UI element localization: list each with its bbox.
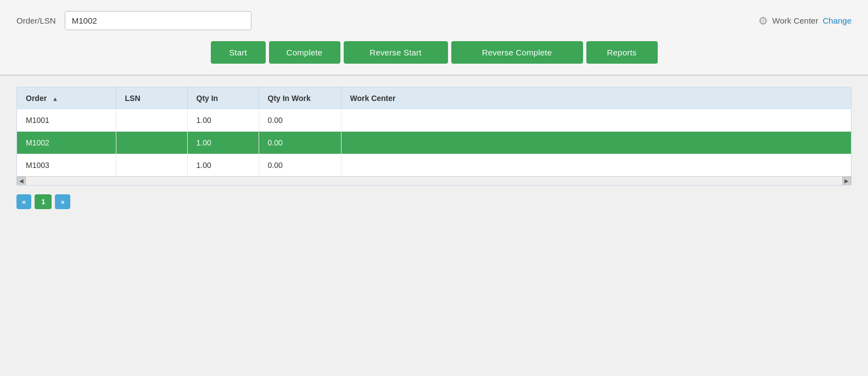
start-button[interactable]: Start	[211, 41, 266, 64]
order-left: Order/LSN	[16, 11, 251, 30]
reverse-start-button[interactable]: Reverse Start	[344, 41, 448, 64]
cell-work-center	[341, 154, 851, 177]
sort-indicator-order: ▲	[52, 96, 58, 102]
cell-order: M1001	[17, 109, 116, 132]
cell-qty-in: 1.00	[187, 109, 259, 132]
prev-prev-button[interactable]: «	[16, 194, 31, 209]
cell-qty-in: 1.00	[187, 154, 259, 177]
cell-work-center	[341, 132, 851, 154]
page-wrapper: Order/LSN ⚙ Work Center Change Start Com…	[0, 0, 868, 376]
main-content: Order ▲ LSN Qty In Qty In Work	[0, 76, 868, 220]
cell-order: M1003	[17, 154, 116, 177]
order-row: Order/LSN ⚙ Work Center Change	[16, 11, 852, 30]
table-scroll-area[interactable]: Order ▲ LSN Qty In Qty In Work	[17, 87, 851, 176]
table-body: M10011.000.00M10021.000.00M10031.000.00	[17, 109, 851, 176]
scroll-left-arrow[interactable]: ◀	[17, 177, 26, 186]
current-page-button: 1	[35, 194, 52, 209]
order-input[interactable]	[65, 11, 251, 30]
col-header-lsn[interactable]: LSN	[116, 87, 187, 109]
work-center-label: Work Center	[772, 16, 819, 25]
top-right: ⚙ Work Center Change	[758, 14, 852, 27]
h-scroll-inner[interactable]	[26, 177, 842, 185]
order-label: Order/LSN	[16, 16, 56, 25]
scroll-right-arrow[interactable]: ▶	[842, 177, 851, 186]
cell-qty-in-work: 0.00	[259, 132, 341, 154]
table-container: Order ▲ LSN Qty In Qty In Work	[16, 87, 852, 186]
horizontal-scrollbar[interactable]: ◀ ▶	[17, 176, 851, 185]
col-header-order[interactable]: Order ▲	[17, 87, 116, 109]
orders-table: Order ▲ LSN Qty In Qty In Work	[17, 87, 851, 176]
col-lsn-label: LSN	[125, 94, 141, 103]
table-row[interactable]: M10031.000.00	[17, 154, 851, 177]
cell-lsn	[116, 109, 187, 132]
cell-qty-in-work: 0.00	[259, 154, 341, 177]
col-order-label: Order	[26, 94, 47, 103]
col-header-qty-in-work[interactable]: Qty In Work	[259, 87, 341, 109]
cell-work-center	[341, 109, 851, 132]
top-section: Order/LSN ⚙ Work Center Change Start Com…	[0, 0, 868, 76]
cell-qty-in-work: 0.00	[259, 109, 341, 132]
col-work-center-label: Work Center	[350, 94, 396, 103]
col-qty-in-work-label: Qty In Work	[268, 94, 311, 103]
next-next-button[interactable]: »	[55, 194, 70, 209]
buttons-row: Start Complete Reverse Start Reverse Com…	[16, 41, 852, 64]
col-qty-in-label: Qty In	[197, 94, 219, 103]
settings-icon: ⚙	[758, 14, 768, 27]
pagination-row: « 1 »	[16, 194, 852, 209]
cell-lsn	[116, 154, 187, 177]
reverse-complete-button[interactable]: Reverse Complete	[451, 41, 583, 64]
cell-qty-in: 1.00	[187, 132, 259, 154]
reports-button[interactable]: Reports	[586, 41, 658, 64]
col-header-work-center[interactable]: Work Center	[341, 87, 851, 109]
table-header: Order ▲ LSN Qty In Qty In Work	[17, 87, 851, 109]
cell-order: M1002	[17, 132, 116, 154]
cell-lsn	[116, 132, 187, 154]
complete-button[interactable]: Complete	[269, 41, 340, 64]
table-row[interactable]: M10021.000.00	[17, 132, 851, 154]
change-link[interactable]: Change	[822, 16, 852, 25]
col-header-qty-in[interactable]: Qty In	[187, 87, 259, 109]
table-row[interactable]: M10011.000.00	[17, 109, 851, 132]
header-row: Order ▲ LSN Qty In Qty In Work	[17, 87, 851, 109]
